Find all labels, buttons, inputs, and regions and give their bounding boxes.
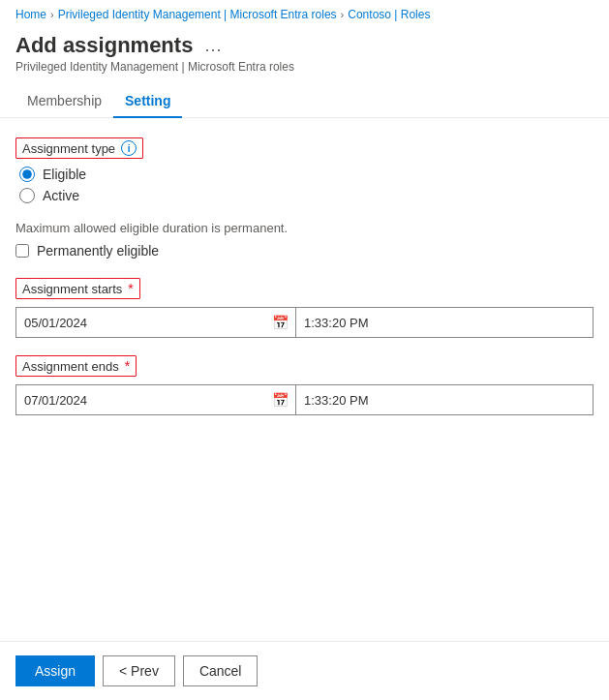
ellipsis-button[interactable]: ... (200, 34, 226, 58)
footer: Assign < Prev Cancel (0, 641, 609, 700)
page-header: Add assignments ... Privileged Identity … (0, 29, 609, 81)
radio-active[interactable]: Active (19, 188, 594, 203)
main-content: Assignment type i Eligible Active Maximu… (0, 118, 609, 641)
assignment-ends-label-box: Assignment ends * (15, 355, 137, 377)
radio-active-label: Active (43, 188, 79, 203)
breadcrumb-sep-2: › (341, 9, 345, 20)
assignment-ends-label: Assignment ends (22, 359, 119, 374)
tab-setting[interactable]: Setting (113, 85, 182, 118)
assignment-ends-date-input[interactable] (15, 384, 296, 415)
assignment-ends-required: * (125, 358, 130, 374)
radio-eligible-label: Eligible (43, 167, 86, 182)
assignment-starts-required: * (128, 281, 133, 296)
assignment-starts-label: Assignment starts (22, 282, 122, 296)
assignment-starts-date-wrap: 📅 (15, 307, 296, 338)
page-title-text: Add assignments (15, 33, 193, 58)
radio-eligible-input[interactable] (19, 167, 35, 182)
assignment-type-info-icon[interactable]: i (121, 140, 137, 156)
assignment-starts-group: Assignment starts * 📅 (15, 278, 594, 338)
breadcrumb-home[interactable]: Home (15, 8, 46, 21)
permanently-eligible-checkbox[interactable]: Permanently eligible (15, 243, 594, 259)
tab-membership[interactable]: Membership (15, 85, 113, 118)
assignment-ends-group: Assignment ends * 📅 (15, 355, 594, 415)
assignment-type-radio-group: Eligible Active (15, 167, 594, 203)
breadcrumb: Home › Privileged Identity Management | … (0, 0, 609, 29)
prev-button[interactable]: < Prev (103, 655, 175, 686)
breadcrumb-sep-1: › (50, 9, 54, 20)
breadcrumb-contoso[interactable]: Contoso | Roles (348, 8, 430, 21)
tabs-container: Membership Setting (0, 85, 609, 118)
assignment-type-label: Assignment type (22, 141, 115, 156)
page-subtitle: Privileged Identity Management | Microso… (15, 60, 594, 74)
breadcrumb-pim[interactable]: Privileged Identity Management | Microso… (58, 8, 337, 21)
radio-eligible[interactable]: Eligible (19, 167, 594, 182)
assign-button[interactable]: Assign (15, 655, 95, 686)
assignment-starts-label-box: Assignment starts * (15, 278, 140, 299)
assignment-ends-datetime: 📅 (15, 384, 594, 415)
assignment-type-group: Assignment type i Eligible Active (15, 137, 594, 203)
permanently-eligible-label: Permanently eligible (37, 243, 159, 259)
assignment-starts-date-input[interactable] (15, 307, 296, 338)
permanently-eligible-input[interactable] (15, 244, 29, 258)
info-text: Maximum allowed eligible duration is per… (15, 221, 594, 235)
assignment-starts-time-input[interactable] (296, 307, 594, 338)
assignment-starts-datetime: 📅 (15, 307, 594, 338)
assignment-ends-date-wrap: 📅 (15, 384, 296, 415)
assignment-type-label-box: Assignment type i (15, 137, 143, 159)
cancel-button[interactable]: Cancel (183, 655, 259, 686)
assignment-ends-time-input[interactable] (296, 384, 594, 415)
radio-active-input[interactable] (19, 188, 35, 203)
